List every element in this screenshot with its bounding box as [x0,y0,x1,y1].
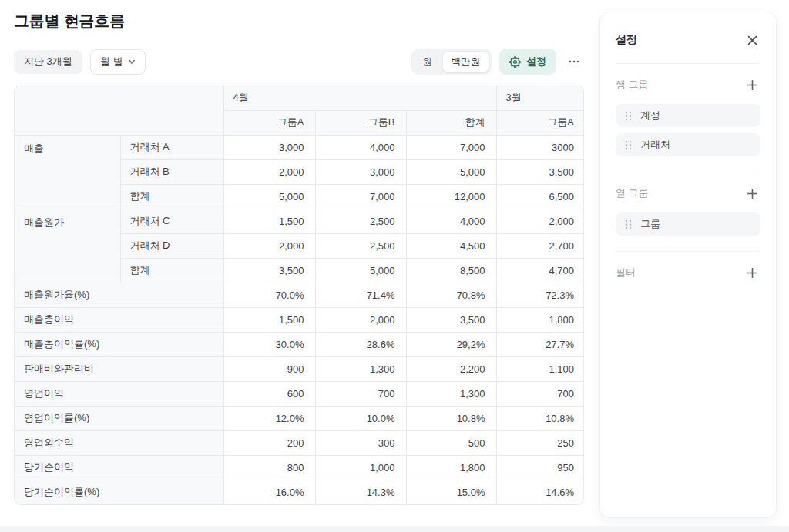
value-cell: 5,000 [406,159,496,184]
toolbar-right: 원 백만원 설정 [411,49,584,75]
value-cell: 27.7% [496,332,584,356]
value-cell: 4,700 [496,258,584,283]
more-options-button[interactable] [564,52,584,72]
granularity-dropdown-button[interactable]: 월 별 [90,49,146,75]
value-cell: 3,500 [496,159,584,184]
row-label-cell: 매출총이익률(%) [15,332,223,356]
value-cell: 1,500 [223,209,315,233]
value-cell: 10.0% [315,406,406,430]
value-cell: 700 [496,381,584,406]
value-cell: 1,100 [496,356,584,381]
row-label-cell: 거래처 D [120,233,223,258]
group-field-label: 그룹 [640,217,660,231]
filter-section: 필터 [616,252,760,307]
settings-panel: 설정 행 그룹 계정거래처 열 그룹 [599,12,777,518]
value-cell: 3,000 [223,135,315,159]
add-filter-button[interactable] [744,264,760,281]
settings-button-label: 설정 [526,55,546,69]
cashflow-table: 4월3월그룹A그룹B합계그룹A 매출거래처 A3,0004,0007,00030… [15,85,584,504]
close-panel-button[interactable] [744,32,760,49]
row-label-cell: 당기순이익률(%) [15,480,223,504]
value-cell: 16.0% [223,480,315,504]
value-cell: 300 [315,430,406,455]
row-label-cell: 영업이익률(%) [15,406,223,430]
column-group-header: 3월 [496,85,584,110]
value-cell: 71.4% [315,283,406,307]
value-cell: 4,500 [406,233,496,258]
value-cell: 600 [223,381,315,406]
value-cell: 1,300 [315,356,406,381]
value-cell: 12.0% [223,406,315,430]
row-label-cell: 거래처 B [120,159,223,184]
value-cell: 2,500 [315,233,406,258]
value-cell: 700 [315,381,406,406]
row-label-cell: 영업외수익 [15,430,223,455]
value-cell: 1,000 [315,455,406,480]
table-header: 4월3월그룹A그룹B합계그룹A [15,85,584,135]
value-cell: 2,000 [223,159,315,184]
group-field-label: 거래처 [640,138,670,152]
value-cell: 1,800 [406,455,496,480]
close-icon [747,35,757,45]
table-corner-cell [15,85,223,135]
value-cell: 2,500 [315,209,406,233]
drag-handle-icon [625,111,632,121]
settings-button[interactable]: 설정 [499,49,556,75]
column-header: 그룹A [223,110,315,135]
value-cell: 500 [406,430,496,455]
value-cell: 2,700 [496,233,584,258]
value-cell: 4,000 [406,209,496,233]
value-cell: 800 [223,455,315,480]
group-field-item[interactable]: 계정 [616,104,760,127]
table-row: 영업이익6007001,300700 [15,381,584,406]
column-group-section-head: 열 그룹 [616,184,760,202]
unit-option-million-won[interactable]: 백만원 [442,51,490,72]
value-cell: 250 [496,430,584,455]
value-cell: 3000 [496,135,584,159]
drag-handle-icon [625,140,632,150]
drag-handle-icon [625,219,632,229]
value-cell: 1,500 [223,307,315,332]
add-row-group-button[interactable] [744,76,760,93]
group-field-item[interactable]: 거래처 [616,133,760,156]
table-row: 매출총이익1,5002,0003,5001,800 [15,307,584,332]
row-label-cell: 거래처 A [120,135,223,159]
granularity-label: 월 별 [100,55,123,69]
value-cell: 12,000 [406,184,496,209]
unit-toggle: 원 백만원 [411,49,492,75]
value-cell: 4,000 [315,135,406,159]
value-cell: 7,000 [315,184,406,209]
row-label-cell: 합계 [120,258,223,283]
value-cell: 3,000 [315,159,406,184]
value-cell: 70.0% [223,283,315,307]
value-cell: 7,000 [406,135,496,159]
value-cell: 5,000 [315,258,406,283]
value-cell: 28.6% [315,332,406,356]
group-field-item[interactable]: 그룹 [616,212,760,236]
period-filter-button[interactable]: 지난 3개월 [14,50,82,74]
value-cell: 5,000 [223,184,315,209]
value-cell: 29,2% [406,332,496,356]
row-label-cell: 거래처 C [120,209,223,233]
column-header: 그룹B [315,110,406,135]
row-group-section-head: 행 그룹 [616,75,760,94]
settings-panel-header: 설정 [616,12,760,63]
unit-option-won[interactable]: 원 [414,51,441,72]
page-title: 그룹별 현금흐름 [14,11,125,32]
table-row: 판매비와관리비9001,3002,2001,100 [15,356,584,381]
table-row: 매출총이익률(%)30.0%28.6%29,2%27.7% [15,332,584,356]
column-group-label: 열 그룹 [616,186,649,200]
add-column-group-button[interactable] [744,185,760,202]
value-cell: 2,200 [406,356,496,381]
column-header: 합계 [406,110,496,135]
value-cell: 1,300 [406,381,496,406]
value-cell: 2,000 [223,233,315,258]
ellipsis-icon [568,55,580,68]
value-cell: 3,500 [406,307,496,332]
cashflow-table-container: 4월3월그룹A그룹B합계그룹A 매출거래처 A3,0004,0007,00030… [14,85,584,505]
plus-icon [747,79,758,91]
value-cell: 70.8% [406,283,496,307]
column-group-header: 4월 [223,85,496,110]
row-group-section: 행 그룹 계정거래처 [616,64,760,172]
table-row: 매출원가거래처 C1,5002,5004,0002,000 [15,209,584,233]
